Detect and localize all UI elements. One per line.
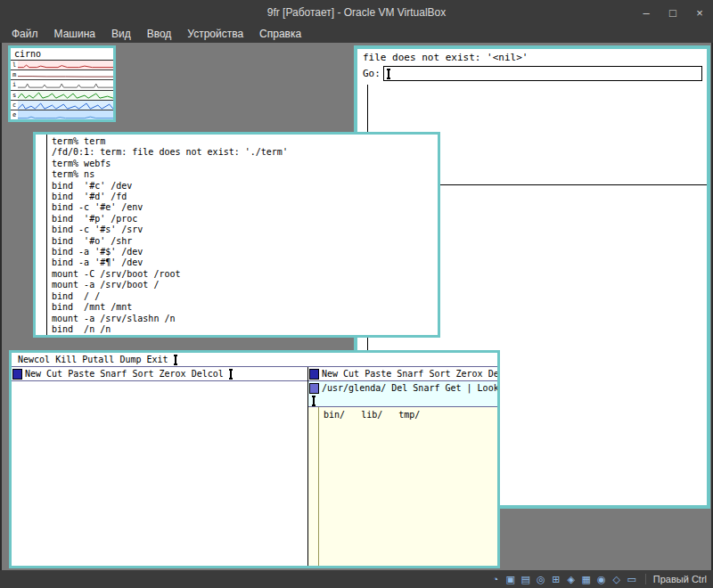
usb-icon[interactable]: ◈ <box>565 572 578 586</box>
virtualbox-window: 9fr [Работает] - Oracle VM VirtualBox – … <box>0 0 713 588</box>
acme-body-scrollbar[interactable] <box>318 407 319 566</box>
intr-graph <box>18 80 113 89</box>
menu-file[interactable]: Файл <box>4 26 46 42</box>
acme-left-column[interactable]: New Cut Paste Snarf Sort Zerox Delcol <box>12 367 308 566</box>
ether-graph <box>18 110 113 119</box>
stats-row-intr: i <box>11 80 113 90</box>
terminal-window[interactable]: term% term /fd/0:1: term: file does not … <box>33 132 440 338</box>
column-layout-box[interactable] <box>309 369 319 380</box>
context-graph <box>18 101 113 110</box>
browser-go-row: Go: <box>357 65 707 85</box>
acme-row-tag[interactable]: Newcol Kill Putall Dump Exit <box>12 353 497 367</box>
stats-row-mem: m <box>11 70 113 80</box>
window-layout-box[interactable] <box>309 383 319 394</box>
menu-devices[interactable]: Устройства <box>179 26 251 42</box>
text-caret <box>388 69 389 78</box>
mouse-icon[interactable]: ◇ <box>611 572 623 586</box>
terminal-text[interactable]: term% term /fd/0:1: term: file does not … <box>52 136 436 335</box>
menu-view[interactable]: Вид <box>103 26 139 42</box>
acme-row-tag-text: Newcol Kill Putall Dump Exit <box>18 355 174 364</box>
go-label: Go: <box>363 68 383 79</box>
go-input[interactable] <box>383 66 702 81</box>
stats-row-load: l <box>11 61 113 70</box>
maximize-button[interactable]: □ <box>660 0 686 25</box>
text-caret <box>313 396 315 405</box>
column-layout-box[interactable] <box>12 369 22 380</box>
host-key-indicator: Правый Ctrl <box>653 574 707 584</box>
status-icons: ◔ ▣ ▤ ◎ ⊞ ◈ ▦ ◉ ◇ ▭ Правый Ctrl <box>489 572 707 586</box>
window-controls: – □ × <box>633 0 713 25</box>
menu-machine[interactable]: Машина <box>46 26 103 42</box>
keyboard-icon[interactable]: ▭ <box>626 572 638 586</box>
terminal-scrollbar[interactable] <box>46 135 47 335</box>
stats-row-label: i <box>11 80 18 89</box>
stats-window-title: cirno <box>11 48 113 61</box>
acme-file-window-tag-line1: /usr/glenda/ Del Snarf Get | Look <box>308 381 497 395</box>
menu-help[interactable]: Справка <box>251 26 309 42</box>
titlebar[interactable]: 9fr [Работает] - Oracle VM VirtualBox – … <box>0 0 713 25</box>
network-icon[interactable]: ⊞ <box>550 572 562 586</box>
acme-right-column-tag[interactable]: New Cut Paste Snarf Sort Zerox Delcol <box>308 367 497 381</box>
magnifier-icon[interactable]: ◔ <box>489 572 502 586</box>
syscall-graph <box>18 91 113 100</box>
record-icon[interactable]: ◉ <box>595 572 608 586</box>
stats-row-label: c <box>11 101 18 110</box>
acme-file-window-body[interactable]: bin/ lib/ tmp/ <box>308 407 497 566</box>
acme-right-column-tag-text: New Cut Paste Snarf Sort Zerox Delcol <box>322 369 497 379</box>
menu-input[interactable]: Ввод <box>139 26 180 42</box>
browser-status-message: file does not exist: '<nil>' <box>357 49 707 65</box>
text-caret <box>230 370 232 379</box>
stats-row-context: c <box>11 101 113 110</box>
menubar: Файл Машина Вид Ввод Устройства Справка <box>0 25 713 43</box>
acme-window[interactable]: Newcol Kill Putall Dump Exit New Cut Pas… <box>9 350 500 568</box>
load-graph <box>18 61 113 69</box>
cd-icon[interactable]: ◎ <box>535 572 547 586</box>
hdd-icon[interactable]: ▤ <box>520 572 532 586</box>
shared-folders-icon[interactable]: ▦ <box>580 572 593 586</box>
stats-window[interactable]: cirno l m i <box>8 45 116 122</box>
window-title: 9fr [Работает] - Oracle VM VirtualBox <box>0 6 713 19</box>
stats-row-label: l <box>11 61 18 69</box>
acme-right-column[interactable]: New Cut Paste Snarf Sort Zerox Delcol /u… <box>308 367 497 566</box>
acme-directory-listing[interactable]: bin/ lib/ tmp/ <box>324 410 420 420</box>
acme-columns: New Cut Paste Snarf Sort Zerox Delcol Ne… <box>12 367 497 566</box>
stats-row-label: e <box>11 110 18 119</box>
acme-left-column-body[interactable] <box>12 381 307 566</box>
stats-row-label: s <box>11 91 18 100</box>
mem-graph <box>18 70 113 79</box>
display-icon[interactable]: ▣ <box>504 572 517 586</box>
vm-display[interactable]: cirno l m i <box>0 43 713 570</box>
acme-left-column-tag-text: New Cut Paste Snarf Sort Zerox Delcol <box>25 369 229 379</box>
statusbar: ◔ ▣ ▤ ◎ ⊞ ◈ ▦ ◉ ◇ ▭ Правый Ctrl <box>0 570 713 588</box>
acme-file-window-tag-line2 <box>308 395 497 406</box>
acme-file-window-tag[interactable]: /usr/glenda/ Del Snarf Get | Look <box>308 381 497 407</box>
text-caret <box>175 355 176 364</box>
stats-row-ether: e <box>11 110 113 119</box>
minimize-button[interactable]: – <box>633 0 660 25</box>
statusbar-separator <box>645 574 646 584</box>
acme-left-column-tag[interactable]: New Cut Paste Snarf Sort Zerox Delcol <box>12 367 307 381</box>
stats-row-label: m <box>11 70 18 79</box>
close-button[interactable]: × <box>686 0 713 25</box>
stats-row-syscall: s <box>11 91 113 101</box>
acme-file-window-tag-text: /usr/glenda/ Del Snarf Get | Look <box>322 383 497 393</box>
